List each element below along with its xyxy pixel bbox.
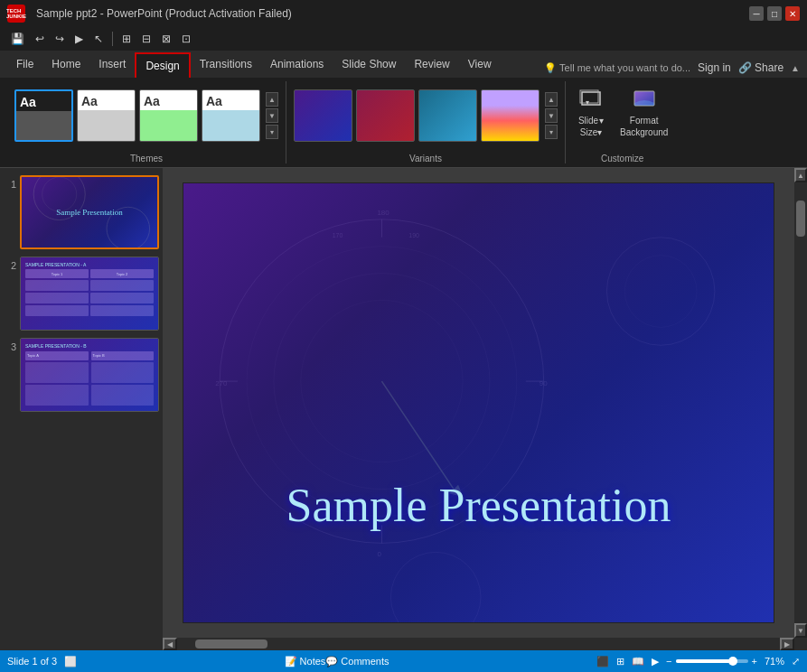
variant-4[interactable] bbox=[481, 89, 540, 142]
zoom-in-button[interactable]: + bbox=[752, 656, 757, 667]
scroll-corner bbox=[794, 638, 807, 650]
window-title: Sample ppt2 - PowerPoint (Product Activa… bbox=[36, 7, 292, 20]
sign-in-button[interactable]: Sign in bbox=[698, 61, 731, 74]
svg-text:0: 0 bbox=[377, 550, 381, 558]
reading-view-button[interactable]: 📖 bbox=[632, 656, 644, 667]
fit-slide-button[interactable]: ⤢ bbox=[792, 656, 800, 667]
ribbon-content: Aa Aa Aa Aa ▲ ▼ ▾ Themes bbox=[0, 78, 807, 168]
slide-sorter-button[interactable]: ⊞ bbox=[616, 656, 624, 667]
theme-scroll-up[interactable]: ▲ bbox=[266, 92, 278, 107]
tab-design[interactable]: Design bbox=[135, 52, 190, 78]
variant-1[interactable] bbox=[294, 89, 352, 142]
variant-scroll-more[interactable]: ▾ bbox=[545, 125, 558, 139]
zoom-out-button[interactable]: − bbox=[666, 656, 671, 667]
svg-point-6 bbox=[107, 207, 150, 247]
scroll-track[interactable] bbox=[794, 182, 807, 623]
normal-view-button[interactable]: ⬛ bbox=[596, 656, 609, 667]
comments-button[interactable]: 💬 Comments bbox=[325, 656, 389, 667]
tab-insert[interactable]: Insert bbox=[89, 52, 135, 78]
theme-scroll: ▲ ▼ ▾ bbox=[266, 92, 278, 139]
themes-items: Aa Aa Aa Aa ▲ ▼ ▾ bbox=[14, 81, 278, 150]
save-button[interactable]: 💾 bbox=[7, 31, 28, 47]
scroll-down-button[interactable]: ▼ bbox=[794, 623, 807, 638]
theme-dark[interactable]: Aa bbox=[14, 89, 73, 142]
theme-green[interactable]: Aa bbox=[139, 89, 198, 142]
ribbon-right-area: 💡 Tell me what you want to do... Sign in… bbox=[544, 61, 800, 78]
themes-label: Themes bbox=[14, 150, 278, 163]
h-scroll-thumb[interactable] bbox=[195, 639, 267, 649]
svg-point-23 bbox=[606, 238, 715, 346]
ribbon-collapse-button[interactable]: ▲ bbox=[791, 63, 800, 73]
zoom-handle[interactable] bbox=[728, 657, 737, 666]
format-background-button[interactable]: Format Background bbox=[616, 81, 671, 141]
tell-me-input[interactable]: 💡 Tell me what you want to do... bbox=[544, 62, 690, 74]
tab-home[interactable]: Home bbox=[42, 52, 89, 78]
tab-file[interactable]: File bbox=[7, 52, 42, 78]
themes-grid: Aa Aa Aa Aa bbox=[14, 89, 260, 142]
quick-styles-button[interactable]: ⊡ bbox=[178, 31, 194, 47]
canvas-area[interactable]: 180 170 190 0 270 90 bbox=[163, 168, 794, 638]
slide-thumb-3[interactable]: 3 SAMPLE PRESENTATION - B Topic A Topic … bbox=[4, 338, 159, 412]
customize-section: ▾ Slide ▾ Size▾ bbox=[566, 81, 679, 163]
variants-section: ▲ ▼ ▾ Variants bbox=[286, 81, 566, 163]
svg-point-4 bbox=[33, 177, 85, 220]
slide-thumbnail-2[interactable]: SAMPLE PRESENTATION - A Topic 1 Topic 2 bbox=[20, 257, 159, 331]
variants-items: ▲ ▼ ▾ bbox=[294, 81, 558, 150]
slide-thumb-1[interactable]: 1 Sample Presentation bbox=[4, 175, 159, 249]
scroll-thumb[interactable] bbox=[796, 201, 805, 237]
tab-view[interactable]: View bbox=[459, 52, 501, 78]
undo-button[interactable]: ↩ bbox=[32, 31, 48, 47]
tab-animations[interactable]: Animations bbox=[261, 52, 333, 78]
main-content: 1 Sample Presentation 2 bbox=[0, 168, 807, 650]
section-button[interactable]: ⊠ bbox=[158, 31, 174, 47]
new-slide-button[interactable]: ⊞ bbox=[118, 31, 135, 47]
notes-button[interactable]: 📝 Notes bbox=[285, 656, 326, 667]
status-center: 📝 Notes 💬 Comments bbox=[84, 656, 589, 667]
zoom-fill bbox=[676, 659, 730, 663]
variant-2[interactable] bbox=[356, 89, 415, 142]
slide-size-label: Slide ▾ bbox=[578, 116, 604, 126]
svg-text:170: 170 bbox=[333, 232, 343, 238]
variant-3[interactable] bbox=[418, 89, 477, 142]
zoom-track[interactable] bbox=[676, 659, 748, 663]
variant-scroll: ▲ ▼ ▾ bbox=[545, 92, 558, 139]
horizontal-scrollbar[interactable]: ◀ ▶ bbox=[163, 638, 794, 650]
scroll-right-button[interactable]: ▶ bbox=[780, 638, 794, 650]
layout-button[interactable]: ⊟ bbox=[138, 31, 155, 47]
svg-text:270: 270 bbox=[215, 379, 228, 387]
slide-size-button[interactable]: ▾ Slide ▾ Size▾ bbox=[573, 81, 609, 141]
slide-indicator-button[interactable]: ⬜ bbox=[64, 656, 77, 667]
slide-thumbnail-3[interactable]: SAMPLE PRESENTATION - B Topic A Topic B bbox=[20, 338, 159, 412]
tab-slideshow[interactable]: Slide Show bbox=[333, 52, 405, 78]
ribbon-tabs: File Home Insert Design Transitions Anim… bbox=[0, 51, 807, 78]
variant-scroll-down[interactable]: ▼ bbox=[545, 108, 558, 123]
slide-thumb-2[interactable]: 2 SAMPLE PRESENTATION - A Topic 1 Topic … bbox=[4, 257, 159, 331]
maximize-button[interactable]: □ bbox=[767, 6, 782, 21]
canvas-inner: 180 170 190 0 270 90 bbox=[163, 168, 807, 638]
variant-scroll-up[interactable]: ▲ bbox=[545, 92, 558, 107]
redo-button[interactable]: ↪ bbox=[52, 31, 68, 47]
minimize-button[interactable]: ─ bbox=[749, 6, 764, 21]
svg-line-21 bbox=[381, 381, 454, 490]
scroll-left-button[interactable]: ◀ bbox=[163, 638, 177, 650]
theme-dots[interactable]: Aa bbox=[202, 89, 260, 142]
theme-scroll-more[interactable]: ▾ bbox=[266, 125, 278, 139]
tab-transitions[interactable]: Transitions bbox=[191, 52, 261, 78]
close-button[interactable]: ✕ bbox=[785, 6, 800, 21]
thumb2-title: SAMPLE PRESENTATION - A bbox=[25, 262, 154, 267]
share-button[interactable]: 🔗 Share bbox=[738, 61, 784, 74]
status-left: Slide 1 of 3 ⬜ bbox=[7, 656, 77, 667]
theme-scroll-down[interactable]: ▼ bbox=[266, 108, 278, 123]
vertical-scrollbar[interactable]: ▲ ▼ bbox=[794, 168, 807, 638]
quick-access-toolbar: 💾 ↩ ↪ ▶ ↖ ⊞ ⊟ ⊠ ⊡ bbox=[0, 27, 807, 51]
slide-num-3: 3 bbox=[4, 338, 16, 352]
tab-review[interactable]: Review bbox=[405, 52, 458, 78]
scroll-up-button[interactable]: ▲ bbox=[794, 168, 807, 182]
h-scroll-track[interactable] bbox=[177, 638, 780, 650]
theme-white[interactable]: Aa bbox=[77, 89, 136, 142]
presentation-view-button[interactable]: ▶ bbox=[71, 31, 87, 47]
cursor-tool-button[interactable]: ↖ bbox=[90, 31, 107, 47]
slideshow-button[interactable]: ▶ bbox=[652, 656, 659, 667]
customize-label: Customize bbox=[573, 150, 671, 163]
slide-thumbnail-1[interactable]: Sample Presentation bbox=[20, 175, 159, 249]
